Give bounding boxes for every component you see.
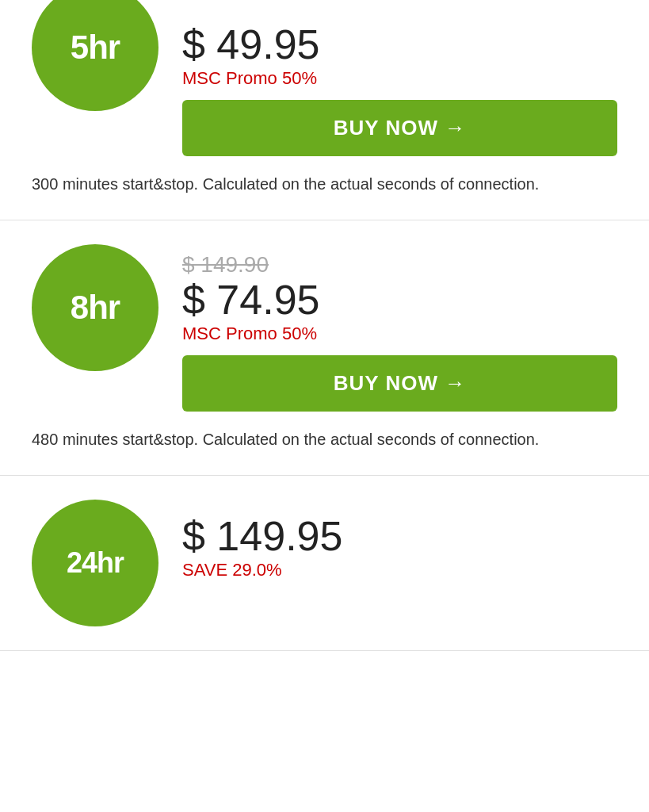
price-current-8hr: $ 74.95 <box>182 279 617 320</box>
price-dollar-sign-5hr: $ 49.95 <box>182 21 320 67</box>
price-current-5hr: $ 49.95 <box>182 24 617 65</box>
plan-circle-label-5hr: 5hr <box>71 29 120 67</box>
plan-card-8hr: 8hr $ 149.90 $ 74.95 MSC Promo 50% BUY N… <box>0 220 649 476</box>
price-original-8hr: $ 149.90 <box>182 252 617 278</box>
plan-details-5hr: $ 49.95 MSC Promo 50% BUY NOW → <box>182 8 617 156</box>
buy-button-5hr[interactable]: BUY NOW → <box>182 100 617 156</box>
plan-details-24hr: $ 149.95 SAVE 29.0% <box>182 500 617 592</box>
plan-circle-label-24hr: 24hr <box>67 546 124 580</box>
plan-description-5hr: 300 minutes start&stop. Calculated on th… <box>32 172 617 196</box>
plan-circle-24hr: 24hr <box>32 500 158 626</box>
promo-label-8hr: MSC Promo 50% <box>182 324 617 344</box>
buy-button-8hr[interactable]: BUY NOW → <box>182 355 617 412</box>
plan-card-5hr: 5hr $ 49.95 MSC Promo 50% BUY NOW → 300 … <box>0 0 649 220</box>
plan-top-row-8hr: 8hr $ 149.90 $ 74.95 MSC Promo 50% BUY N… <box>32 244 617 412</box>
plan-description-8hr: 480 minutes start&stop. Calculated on th… <box>32 427 617 451</box>
plan-circle-5hr: 5hr <box>32 0 158 111</box>
plan-top-row-24hr: 24hr $ 149.95 SAVE 29.0% <box>32 500 617 611</box>
plan-top-row-5hr: 5hr $ 49.95 MSC Promo 50% BUY NOW → <box>32 8 617 156</box>
price-current-value-24hr: $ 149.95 <box>182 513 342 559</box>
price-current-24hr: $ 149.95 <box>182 515 617 557</box>
save-label-24hr: SAVE 29.0% <box>182 560 617 580</box>
price-original-value-8hr: $ 149.90 <box>182 252 269 277</box>
plan-card-24hr: 24hr $ 149.95 SAVE 29.0% <box>0 476 649 651</box>
promo-label-5hr: MSC Promo 50% <box>182 68 617 89</box>
plan-circle-8hr: 8hr <box>32 244 158 371</box>
plan-circle-label-8hr: 8hr <box>71 289 120 327</box>
plan-details-8hr: $ 149.90 $ 74.95 MSC Promo 50% BUY NOW → <box>182 244 617 412</box>
price-current-value-8hr: $ 74.95 <box>182 277 320 323</box>
